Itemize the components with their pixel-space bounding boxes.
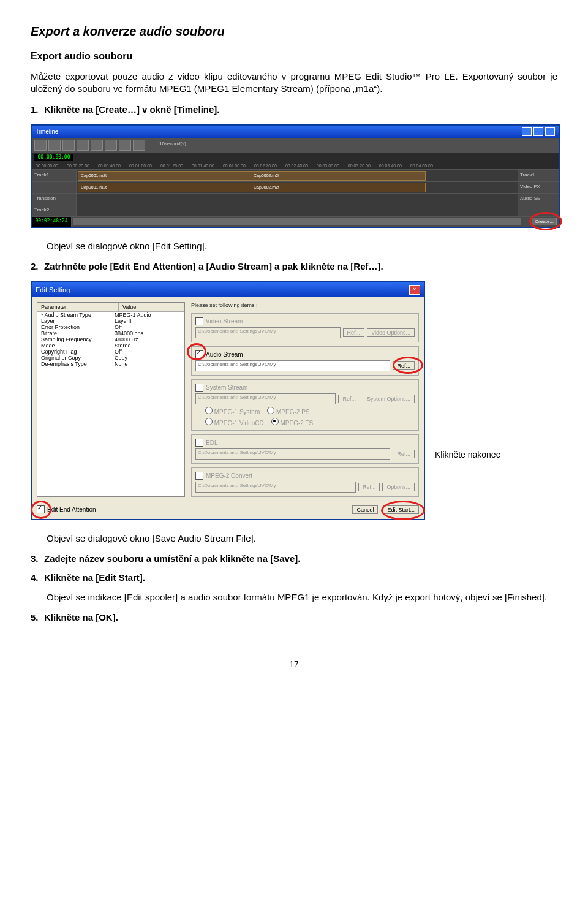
step-4: 4.Klikněte na [Edit Start].: [31, 572, 557, 583]
tool-button[interactable]: [105, 140, 117, 151]
param-value: Off: [115, 324, 181, 330]
zoom-level: 10second(s): [159, 140, 186, 151]
edit-end-attention-label: Edit End Attention: [47, 506, 96, 513]
param-row: Sampling Frequency48000 Hz: [37, 336, 184, 342]
transition-row: Transition Audio SE: [32, 193, 559, 205]
video-options-button[interactable]: Video Options...: [367, 328, 415, 337]
param-name: Layer: [41, 318, 115, 324]
step-1-followup: Objeví se dialogové okno [Edit Setting].: [47, 240, 557, 252]
mpeg1-videocd-radio[interactable]: [205, 418, 213, 425]
track1-row: Track1 Cap0001.m2t Cap0002.m2t Track1: [32, 170, 559, 181]
timeline-window: Timeline 10second(s) 00:00:00:00 00:00:0…: [31, 124, 560, 228]
edl-ref-button[interactable]: Ref...: [393, 450, 415, 458]
param-name: Sampling Frequency: [41, 336, 115, 342]
dialog-intro: Please set following items :: [191, 302, 419, 308]
cancel-button[interactable]: Cancel: [352, 505, 378, 514]
param-value: 48000 Hz: [115, 336, 181, 342]
tool-button[interactable]: [34, 140, 47, 151]
clip-cap0002[interactable]: Cap0002.m2t: [251, 171, 426, 181]
clip-cap0002b[interactable]: Cap0002.m2t: [251, 183, 426, 192]
param-value: 384000 bps: [115, 330, 181, 336]
track1b-body[interactable]: Cap0001.m2t Cap0002.m2t: [77, 182, 518, 193]
track2-label: Track2: [32, 205, 77, 216]
edit-end-attention-checkbox[interactable]: [37, 505, 45, 513]
step-3-text: Zadejte název souboru a umístění a pak k…: [44, 553, 300, 564]
timeline-ruler: 00:00:00:0000:00:20:0000:00:40:0000:01:0…: [32, 162, 559, 170]
mpeg2-convert-path-input[interactable]: C:\Documents and Settings\JVC\My: [195, 482, 356, 493]
timeline-toolbar: 10second(s): [32, 138, 559, 153]
close-icon[interactable]: ×: [409, 285, 420, 295]
param-row: Original or CopyCopy: [37, 355, 184, 361]
param-name: Original or Copy: [41, 355, 115, 361]
mpeg2-convert-ref-button[interactable]: Ref...: [358, 483, 380, 491]
group-audio-stream: Audio Stream C:\Documents and Settings\J…: [191, 346, 419, 376]
mpeg2-ts-radio[interactable]: [271, 418, 279, 425]
edl-path-input[interactable]: C:\Documents and Settings\JVC\My: [195, 448, 390, 460]
audio-path-input[interactable]: C:\Documents and Settings\JVC\My: [195, 360, 390, 371]
tool-button[interactable]: [133, 140, 145, 151]
video-stream-checkbox[interactable]: [195, 317, 203, 325]
system-stream-checkbox[interactable]: [195, 384, 203, 392]
tool-button[interactable]: [91, 140, 103, 151]
timeline-screenshot: Timeline 10second(s) 00:00:00:00 00:00:0…: [31, 124, 557, 228]
param-value: Off: [115, 349, 181, 355]
system-options-button[interactable]: System Options...: [363, 395, 415, 403]
system-stream-label: System Stream: [206, 384, 247, 391]
minimize-icon[interactable]: [522, 127, 532, 136]
tool-button[interactable]: [62, 140, 75, 151]
step-5: 5.Klikněte na [OK].: [31, 612, 557, 622]
video-ref-button[interactable]: Ref...: [343, 328, 365, 337]
tool-button[interactable]: [77, 140, 89, 151]
window-buttons: [522, 127, 555, 136]
mpeg2-convert-label: MPEG-2 Convert: [206, 472, 252, 479]
group-system-stream: System Stream C:\Documents and Settings\…: [191, 379, 419, 431]
col-value: Value: [119, 303, 184, 311]
step-1: 1.Klikněte na [Create…] v okně [Timeline…: [31, 104, 557, 115]
create-button[interactable]: Create...: [532, 218, 557, 225]
caption-click-last: Klikněte nakonec: [435, 450, 500, 460]
audio-stream-checkbox[interactable]: [195, 350, 203, 358]
intro-paragraph: Můžete exportovat pouze audio z video kl…: [31, 70, 557, 96]
audio-ref-button[interactable]: Ref...: [393, 361, 415, 370]
maximize-icon[interactable]: [533, 127, 543, 136]
system-path-input[interactable]: C:\Documents and Settings\JVC\My: [195, 393, 336, 404]
edl-checkbox[interactable]: [195, 439, 203, 447]
dialog-titlebar: Edit Setting ×: [32, 282, 424, 297]
group-edl: EDL C:\Documents and Settings\JVC\My Ref…: [191, 434, 419, 464]
right-audio-label: Audio SE: [518, 194, 559, 205]
param-name: * Audio Stream Type: [41, 312, 115, 318]
mpeg1-system-radio[interactable]: [205, 407, 213, 414]
track1-body[interactable]: Cap0001.m2t Cap0002.m2t: [77, 170, 518, 181]
edit-start-button[interactable]: Edit Start...: [383, 505, 419, 514]
right-video-label: Video FX: [518, 182, 559, 193]
tool-button[interactable]: [119, 140, 131, 151]
close-icon[interactable]: [545, 127, 555, 136]
clip-cap0001[interactable]: Cap0001.m2t: [78, 171, 253, 181]
track2-row: Track2: [32, 205, 559, 216]
step-4-followup: Objeví se indikace [Edit spooler] a audi…: [47, 591, 557, 603]
timeline-scrollbar[interactable]: [73, 218, 521, 225]
step-2-followup: Objeví se dialogové okno [Save Audio Str…: [47, 532, 557, 545]
step-2: 2.Zatrhněte pole [Edit End Attention] a …: [31, 261, 557, 271]
transition-label: Transition: [32, 194, 77, 205]
mpeg2-convert-checkbox[interactable]: [195, 472, 203, 480]
clip-cap0001b[interactable]: Cap0001.m2t: [78, 183, 253, 192]
col-parameter: Parameter: [37, 303, 119, 311]
step-3: 3.Zadejte název souboru a umístění a pak…: [31, 553, 557, 564]
video-stream-label: Video Stream: [206, 318, 243, 325]
audio-stream-label: Audio Stream: [206, 351, 243, 358]
video-path-input[interactable]: C:\Documents and Settings\JVC\My: [195, 327, 341, 338]
tool-button[interactable]: [48, 140, 61, 151]
dialog-title: Edit Setting: [36, 286, 70, 293]
edit-setting-screenshot: Edit Setting × Parameter Value * Audio S…: [31, 281, 557, 520]
mpeg2-convert-options-button[interactable]: Options...: [382, 483, 415, 491]
system-ref-button[interactable]: Ref...: [338, 395, 360, 403]
group-video-stream: Video Stream C:\Documents and Settings\J…: [191, 313, 419, 342]
mpeg2-ps-radio[interactable]: [267, 407, 274, 414]
edl-label: EDL: [206, 439, 217, 446]
parameter-list: Parameter Value * Audio Stream TypeMPEG-…: [37, 302, 185, 497]
param-name: De-emphasis Type: [41, 361, 115, 367]
dialog-footer: Edit End Attention Cancel Edit Start...: [32, 502, 424, 519]
timecode-row: 00:00:00:00: [32, 153, 559, 162]
timeline-footer: 00:02:48:24 Create...: [32, 216, 559, 227]
